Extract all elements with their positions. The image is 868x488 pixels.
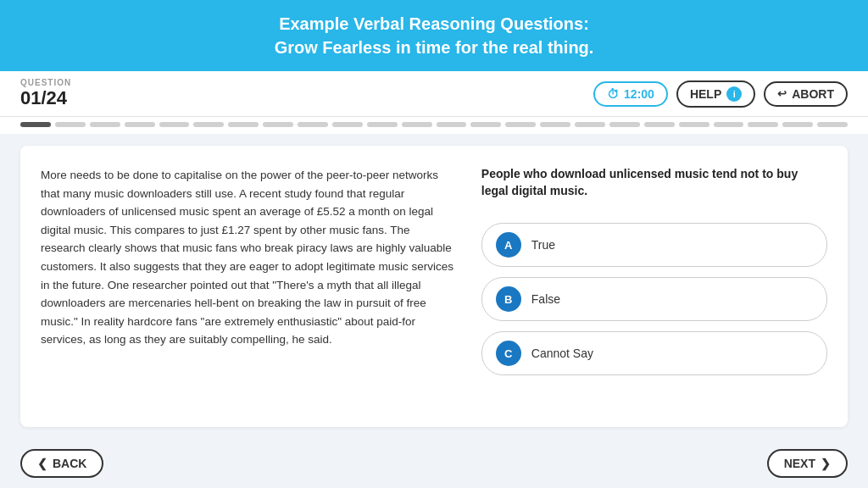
progress-segment-5 [159,122,190,127]
progress-segment-3 [90,122,120,127]
progress-segment-2 [55,122,86,127]
top-bar: QUESTION 01/24 ⏱ 12:00 HELP i ↩ ABORT [0,71,868,117]
progress-segment-8 [263,122,293,127]
progress-segment-16 [540,122,570,127]
help-label: HELP [690,87,721,101]
next-arrow-icon: ❯ [821,457,831,470]
option-badge-b: B [496,286,521,312]
passage-section: More needs to be done to capitalise on t… [41,166,456,407]
back-label: BACK [53,457,86,470]
answer-option-a[interactable]: A True [481,223,827,267]
header-title-line1: Example Verbal Reasoning Questions: [279,14,589,33]
timer-button[interactable]: ⏱ 12:00 [593,81,668,107]
passage-text: More needs to be done to capitalise on t… [41,166,456,349]
progress-segment-15 [505,122,536,127]
abort-button[interactable]: ↩ ABORT [764,81,848,107]
progress-segment-1 [20,122,51,127]
progress-segment-23 [782,122,813,127]
option-label-a: True [531,238,555,252]
option-badge-a: A [496,232,521,258]
progress-segment-13 [437,122,467,127]
progress-segment-20 [679,122,709,127]
progress-segment-24 [817,122,848,127]
progress-segment-9 [298,122,328,127]
progress-segment-17 [575,122,605,127]
option-label-b: False [531,292,560,306]
progress-segment-21 [714,122,744,127]
back-button[interactable]: ❮ BACK [20,449,103,478]
answer-option-b[interactable]: B False [481,277,827,321]
info-icon: i [726,86,742,102]
progress-segment-7 [228,122,259,127]
next-label: NEXT [784,457,815,470]
main-content: More needs to be done to capitalise on t… [0,134,868,439]
option-label-c: Cannot Say [531,347,593,360]
answer-section: People who download unlicensed music ten… [481,166,827,407]
top-bar-actions: ⏱ 12:00 HELP i ↩ ABORT [593,80,848,108]
help-button[interactable]: HELP i [676,80,755,108]
question-number: 01/24 [20,87,71,109]
progress-bar [0,117,868,134]
abort-label: ABORT [792,87,834,101]
back-arrow-icon: ❮ [37,457,47,470]
header-title-line2: Grow Fearless in time for the real thing… [275,38,594,57]
header-title: Example Verbal Reasoning Questions: Grow… [17,12,851,59]
question-text: People who download unlicensed music ten… [481,166,827,199]
footer: ❮ BACK NEXT ❯ [0,439,868,488]
progress-segment-19 [644,122,675,127]
answer-option-c[interactable]: C Cannot Say [481,331,827,375]
next-button[interactable]: NEXT ❯ [767,449,848,478]
clock-icon: ⏱ [607,87,619,101]
option-badge-c: C [496,341,521,366]
progress-segment-14 [470,122,501,127]
question-card: More needs to be done to capitalise on t… [20,146,848,427]
question-info: QUESTION 01/24 [20,78,71,109]
progress-segment-10 [332,122,363,127]
progress-segment-6 [193,122,224,127]
timer-value: 12:00 [624,87,654,101]
progress-segment-18 [609,122,640,127]
progress-segment-22 [748,122,778,127]
question-label: QUESTION [20,78,71,87]
page-header: Example Verbal Reasoning Questions: Grow… [0,0,868,71]
progress-segment-11 [367,122,398,127]
progress-segment-12 [402,122,432,127]
abort-icon: ↩ [777,87,787,100]
progress-segment-4 [125,122,155,127]
